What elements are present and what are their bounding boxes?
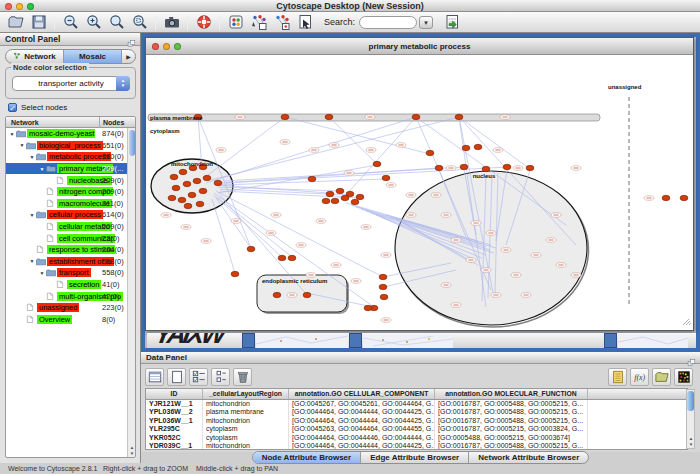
- table-row[interactable]: YKR052Ccytoplasm[GO:0044464, GO:0044446,…: [146, 434, 687, 442]
- tree-row-cell-communicat[interactable]: cell communicat22(0): [6, 232, 135, 244]
- tree-row-secretion[interactable]: secretion41(0): [6, 279, 135, 291]
- table-row[interactable]: YDR039C__1mitochondrion[GO:0044464, GO:0…: [146, 442, 687, 450]
- resize-grip-icon[interactable]: [683, 319, 691, 325]
- fx-button[interactable]: f(x): [630, 368, 649, 386]
- tree-col-nodes: Nodes: [103, 119, 124, 126]
- expand-triangle-icon[interactable]: ▼: [38, 166, 46, 172]
- tree-scrollbar[interactable]: ▲▼: [127, 128, 135, 457]
- tree-row-nucleobase-[interactable]: nucleobase-209(0): [6, 174, 135, 186]
- zoom-in-button[interactable]: [83, 13, 104, 32]
- tree-row-multi-organism-pro[interactable]: multi-organism pro42(0): [6, 290, 135, 302]
- table-row[interactable]: YPL036W__1mitochondrion[GO:0044464, GO:0…: [146, 417, 687, 425]
- tree-row-nitrogen-compo[interactable]: nitrogen compo209(0): [6, 186, 135, 198]
- select-small-button[interactable]: [211, 368, 230, 386]
- search-dropdown-arrow-icon[interactable]: ▼: [419, 16, 433, 29]
- close-window-icon[interactable]: [5, 3, 12, 10]
- node-color-dropdown[interactable]: transporter activity ▲▼: [12, 76, 130, 91]
- tree-row-metabolic-process[interactable]: ▼metabolic process280(0): [6, 151, 135, 163]
- tree-row-response-to-stimulu[interactable]: response to stimulu264(0): [6, 244, 135, 256]
- maximize-frame-icon[interactable]: [174, 43, 181, 50]
- trash-button[interactable]: [233, 368, 252, 386]
- layout-nodes-button[interactable]: [248, 13, 269, 32]
- open-button[interactable]: [5, 13, 26, 32]
- file-icon: [46, 199, 56, 208]
- minimize-window-icon[interactable]: [16, 3, 23, 10]
- tree-row-macromolecule[interactable]: macromolecule311(0): [6, 198, 135, 210]
- network-view-window[interactable]: primary metabolic process plasma membran…: [145, 37, 694, 331]
- float-data-panel-icon[interactable]: [687, 354, 697, 363]
- tree-row-mosaic-demo-yeast[interactable]: ▼mosaic-demo-yeast874(0): [6, 128, 135, 140]
- import-table-button[interactable]: [441, 13, 462, 32]
- attribute-table-header[interactable]: ID_cellularLayoutRegionannotation.GO CEL…: [146, 389, 687, 400]
- tree-row-cellular-metabo[interactable]: cellular metabo209(0): [6, 221, 135, 233]
- matrix-button[interactable]: [674, 368, 693, 386]
- tree-row-label: secretion: [67, 280, 101, 289]
- nucleus-compartment[interactable]: [395, 171, 587, 325]
- more-tabs-arrow-icon[interactable]: ▶: [122, 50, 135, 63]
- tab-network-attribute-browser[interactable]: Network Attribute Browser: [469, 452, 588, 463]
- new-button[interactable]: [167, 368, 186, 386]
- tree-row-transport[interactable]: ▼transport558(0): [6, 267, 135, 279]
- table-button[interactable]: [145, 368, 164, 386]
- tree-row-biological-process[interactable]: ▼biological_process651(0): [6, 140, 135, 152]
- attribute-table[interactable]: ID_cellularLayoutRegionannotation.GO CEL…: [145, 388, 688, 450]
- annotation-button[interactable]: [294, 13, 315, 32]
- table-row[interactable]: YPL036W__2plasma membrane[GO:0044464, GO…: [146, 408, 687, 416]
- column-header[interactable]: ID: [146, 389, 203, 399]
- dp-notes-icon: [611, 370, 625, 384]
- float-panel-icon[interactable]: [127, 35, 137, 44]
- table-cell: [588, 400, 687, 408]
- table-row[interactable]: YJR121W__1mitochondrion[GO:0045267, GO:0…: [146, 400, 687, 408]
- expand-triangle-icon[interactable]: ▼: [18, 142, 26, 148]
- tree-row-overview[interactable]: Overview8(0): [6, 314, 135, 326]
- close-frame-icon[interactable]: [152, 43, 159, 50]
- compartment-label: cytoplasm: [150, 128, 180, 134]
- tree-row-establishment-of-lo[interactable]: ▼establishment of lo558(0): [6, 256, 135, 268]
- folder-button[interactable]: [652, 368, 671, 386]
- network-canvas[interactable]: plasma membranecytoplasmmitochondrionnuc…: [146, 55, 693, 330]
- main-toolbar: Search: ▼: [0, 12, 700, 33]
- tab-network[interactable]: Network: [6, 50, 64, 63]
- column-header[interactable]: annotation.GO MOLECULAR_FUNCTION: [435, 389, 588, 399]
- tab-edge-attribute-browser[interactable]: Edge Attribute Browser: [361, 452, 469, 463]
- zoom-out-button[interactable]: [60, 13, 81, 32]
- tree-row-cellular-process[interactable]: ▼cellular process614(0): [6, 209, 135, 221]
- file-icon: [26, 315, 36, 324]
- tab-mosaic[interactable]: Mosaic: [64, 50, 122, 63]
- dp-new-icon: [170, 370, 184, 384]
- data-panel-toolbar: f(x): [145, 366, 696, 387]
- zoom-window-icon[interactable]: [27, 3, 34, 10]
- help-button[interactable]: [193, 13, 214, 32]
- expand-triangle-icon[interactable]: ▼: [28, 258, 36, 264]
- background-windows-strip: YAIXW: [147, 333, 696, 348]
- column-header[interactable]: annotation.GO CELLULAR_COMPONENT: [289, 389, 435, 399]
- zoom-fit-button[interactable]: [106, 13, 127, 32]
- tab-node-attribute-browser[interactable]: Node Attribute Browser: [253, 452, 362, 463]
- layout-edges-button[interactable]: [271, 13, 292, 32]
- column-header[interactable]: [588, 389, 687, 399]
- table-row[interactable]: YLR295Ccytoplasm[GO:0045263, GO:0044464,…: [146, 425, 687, 433]
- vizmapper-button[interactable]: [225, 13, 246, 32]
- tree-row-primary-metabo[interactable]: ▼primary metabo209(...: [6, 163, 135, 175]
- select-button[interactable]: [189, 368, 208, 386]
- table-scrollbar[interactable]: ▲▼: [686, 389, 695, 449]
- zoom-selected-button[interactable]: [129, 13, 150, 32]
- tree-row-unassigned[interactable]: unassigned223(0): [6, 302, 135, 314]
- select-nodes-checkbox[interactable]: ✓: [8, 103, 17, 112]
- tab-label: Network: [24, 52, 56, 61]
- save-button[interactable]: [28, 13, 49, 32]
- select-nodes-label: Select nodes: [21, 103, 67, 112]
- column-header[interactable]: _cellularLayoutRegion: [203, 389, 289, 399]
- expand-triangle-icon[interactable]: ▼: [28, 212, 36, 218]
- table-cell: [GO:0016787, GO:0005488, GO:0005215, G..…: [435, 417, 588, 425]
- notes-button[interactable]: [608, 368, 627, 386]
- snapshot-button[interactable]: [161, 13, 182, 32]
- expand-triangle-icon[interactable]: ▼: [28, 154, 36, 160]
- network-window-titlebar[interactable]: primary metabolic process: [146, 38, 693, 55]
- expand-triangle-icon[interactable]: ▼: [8, 131, 16, 137]
- search-input[interactable]: [359, 16, 417, 29]
- node-color-selection-legend: Node color selection: [11, 63, 89, 72]
- status-text: Right-click + drag to ZOOM: [103, 465, 188, 472]
- expand-triangle-icon[interactable]: ▼: [38, 270, 46, 276]
- minimize-frame-icon[interactable]: [163, 43, 170, 50]
